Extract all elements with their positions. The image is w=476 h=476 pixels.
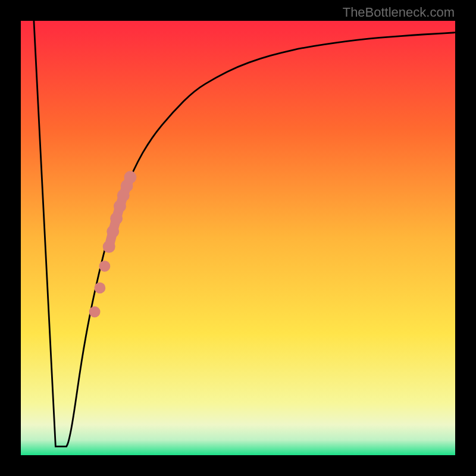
plot-area (21, 21, 455, 455)
highlight-dot (94, 283, 105, 294)
highlight-dot (124, 171, 136, 183)
highlight-dot (99, 261, 111, 272)
bottleneck-curve (34, 21, 455, 446)
highlight-dot (89, 306, 101, 318)
highlight-dots (89, 171, 137, 317)
curve-layer (21, 21, 455, 455)
watermark-text: TheBottleneck.com (343, 5, 455, 20)
highlight-dot (110, 212, 123, 225)
highlight-dot (103, 240, 115, 253)
chart-container: TheBottleneck.com (0, 0, 476, 476)
highlight-dot (107, 226, 119, 238)
highlight-dot (114, 200, 126, 212)
